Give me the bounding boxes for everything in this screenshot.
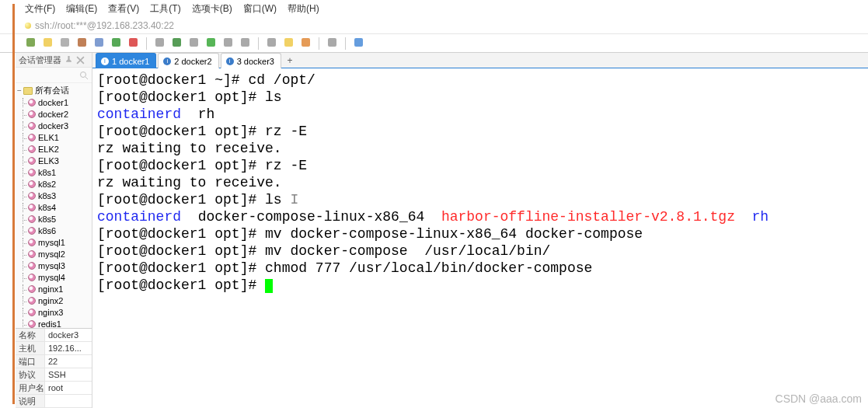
tree-branch-icon — [20, 168, 26, 177]
svg-rect-16 — [328, 38, 336, 47]
property-row: 主机192.16... — [16, 342, 92, 355]
sidebar-search[interactable] — [16, 68, 92, 83]
terminal-line: containerd docker-compose-linux-x86_64 h… — [97, 208, 863, 225]
property-value: 192.16... — [45, 342, 92, 354]
keyboard-icon[interactable] — [239, 37, 251, 51]
svg-rect-2 — [61, 38, 69, 47]
tab-label: 1 docker1 — [112, 57, 149, 66]
svg-rect-15 — [302, 38, 310, 47]
tree-item-nginx3[interactable]: nginx3 — [16, 306, 92, 318]
folder-icon[interactable] — [283, 37, 295, 51]
terminal-text: [root@docker1 opt]# chmod 777 /usr/local… — [97, 260, 592, 276]
home-icon[interactable] — [154, 37, 166, 51]
pin-icon[interactable] — [64, 56, 73, 65]
tree-item-label: mysql4 — [38, 273, 65, 282]
tree-item-ELK2[interactable]: ELK2 — [16, 143, 92, 155]
tab-info-icon: i — [163, 58, 171, 65]
terminal-text: [root@docker1 opt]# ls — [97, 89, 282, 105]
tab-2-docker2[interactable]: i2 docker2 — [158, 53, 218, 68]
transfer-icon[interactable] — [76, 37, 88, 51]
menu-tools[interactable]: 工具(T) — [150, 2, 180, 16]
tree-item-docker2[interactable]: docker2 — [16, 108, 92, 120]
menu-view[interactable]: 查看(V) — [108, 2, 139, 16]
tree-item-mysql2[interactable]: mysql2 — [16, 248, 92, 260]
tree-item-k8s1[interactable]: k8s1 — [16, 166, 92, 178]
tab-3-docker3[interactable]: i3 docker3 — [221, 53, 281, 68]
folder-icon — [23, 87, 33, 95]
tab-info-icon: i — [226, 58, 234, 65]
tree-item-ELK3[interactable]: ELK3 — [16, 155, 92, 166]
tree-item-label: ELK3 — [38, 156, 59, 166]
terminal-icon[interactable] — [266, 37, 277, 51]
window-accent-bar — [12, 4, 15, 404]
tree-branch-icon — [20, 156, 26, 166]
tree-item-label: nginx3 — [38, 308, 63, 317]
tree-item-k8s4[interactable]: k8s4 — [16, 201, 92, 213]
stop-icon[interactable] — [127, 37, 139, 51]
collapse-icon[interactable]: − — [16, 86, 23, 95]
tree-item-k8s6[interactable]: k8s6 — [16, 225, 92, 236]
tree-item-k8s2[interactable]: k8s2 — [16, 178, 92, 190]
menu-window[interactable]: 窗口(W) — [243, 2, 277, 16]
tree-item-nginx1[interactable]: nginx1 — [16, 283, 92, 295]
terminal-line: [root@docker1 opt]# ls I — [97, 191, 863, 208]
host-icon — [28, 157, 36, 165]
host-icon — [28, 239, 36, 246]
tree-item-label: k8s6 — [38, 226, 56, 235]
property-label: 端口 — [16, 355, 45, 368]
tree-item-k8s3[interactable]: k8s3 — [16, 190, 92, 201]
copy-icon[interactable] — [59, 37, 71, 51]
terminal-text: rh — [181, 106, 214, 122]
tree-item-docker1[interactable]: docker1 — [16, 96, 92, 108]
tree-item-redis1[interactable]: redis1 — [16, 318, 92, 328]
tree-item-k8s5[interactable]: k8s5 — [16, 213, 92, 225]
tree-branch-icon — [20, 191, 26, 201]
help-icon[interactable] — [353, 37, 364, 51]
up-icon[interactable] — [171, 37, 183, 51]
lock-icon[interactable] — [326, 37, 338, 51]
close-icon[interactable] — [76, 56, 85, 65]
host-icon — [28, 215, 36, 223]
tree-item-mysql4[interactable]: mysql4 — [16, 271, 92, 283]
tree-branch-icon — [20, 133, 26, 142]
tab-add[interactable]: + — [283, 53, 297, 68]
tree-item-label: k8s3 — [38, 191, 56, 201]
property-label: 说明 — [16, 395, 45, 407]
menu-tabs[interactable]: 选项卡(B) — [192, 2, 232, 16]
terminal-text: rh — [752, 209, 769, 225]
tab-1-docker1[interactable]: i1 docker1 — [96, 53, 156, 68]
open-icon[interactable] — [42, 37, 54, 51]
refresh-icon[interactable] — [110, 37, 122, 51]
tree-item-mysql1[interactable]: mysql1 — [16, 236, 92, 248]
tree-item-docker3[interactable]: docker3 — [16, 120, 92, 131]
file-manager-icon[interactable] — [188, 37, 200, 51]
svg-rect-0 — [26, 38, 35, 47]
menu-help[interactable]: 帮助(H) — [288, 2, 319, 16]
svg-rect-17 — [354, 38, 363, 47]
terminal-line: [root@docker1 opt]# chmod 777 /usr/local… — [97, 260, 863, 277]
new-file-icon[interactable] — [25, 37, 37, 51]
menu-edit[interactable]: 编辑(E) — [66, 2, 97, 16]
link-icon[interactable] — [93, 37, 105, 51]
terminal-line: [root@docker1 opt]# rz -E — [97, 157, 863, 174]
sidebar-header: 会话管理器 — [16, 53, 92, 68]
terminal-text: rz waiting to receive. — [97, 175, 282, 190]
terminal-line: [root@docker1 opt]# mv docker-compose-li… — [97, 225, 863, 242]
tree-item-mysql3[interactable]: mysql3 — [16, 260, 92, 271]
sessions-tree[interactable]: − 所有会话 docker1docker2docker3ELK1ELK2ELK3… — [16, 83, 92, 328]
tab-bar: i1 docker1i2 docker2i3 docker3+ — [92, 53, 868, 68]
terminal-text: [root@docker1 opt]# ls — [97, 192, 290, 207]
tile-icon[interactable] — [222, 37, 234, 51]
find-icon[interactable] — [300, 37, 312, 51]
terminal-line: [root@docker1 opt]# ls — [97, 89, 863, 106]
tree-root[interactable]: − 所有会话 — [16, 85, 92, 96]
host-icon — [28, 309, 36, 316]
tab-label: 3 docker3 — [237, 57, 274, 66]
terminal[interactable]: [root@docker1 ~]# cd /opt/[root@docker1 … — [92, 68, 868, 408]
tree-item-nginx2[interactable]: nginx2 — [16, 295, 92, 306]
svg-rect-11 — [224, 38, 232, 47]
menu-file[interactable]: 文件(F) — [25, 2, 55, 16]
svg-rect-13 — [267, 38, 276, 47]
tree-item-ELK1[interactable]: ELK1 — [16, 131, 92, 143]
maximize-icon[interactable] — [205, 37, 217, 51]
